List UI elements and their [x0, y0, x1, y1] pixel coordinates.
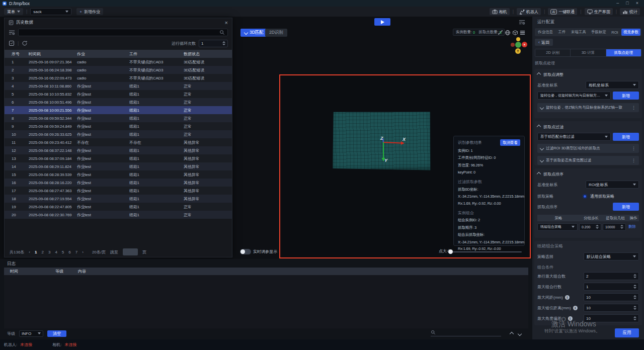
menubar-ai-link-button[interactable]: AI一键联通 — [548, 8, 577, 15]
history-row[interactable]: 72025-09-08 10:00:21.556作业test纸箱1正常 — [5, 106, 232, 114]
view-menu-icon[interactable] — [519, 29, 526, 36]
measure-icon[interactable] — [497, 29, 504, 36]
history-row[interactable]: 202025-09-08 08:22:30.769作业test纸箱1正常 — [5, 211, 232, 219]
grasp-filter-header[interactable]: 抓取点过滤 — [537, 124, 639, 130]
stepper-arrows-icon[interactable] — [633, 295, 636, 299]
stepper-up-icon[interactable] — [633, 274, 636, 276]
stepper-up-icon[interactable] — [633, 306, 636, 307]
combo-field-stepper[interactable]: 10 — [584, 293, 639, 301]
group-step-stepper[interactable]: 0.200 — [579, 223, 601, 231]
cancel-view-button[interactable]: 取消查看 — [500, 139, 520, 146]
adjust-add-button[interactable]: 新增 — [613, 92, 639, 100]
info-icon[interactable]: i — [573, 306, 578, 310]
stepper-up-icon[interactable] — [633, 295, 636, 297]
tab-3d-match[interactable]: 3D匹配 — [240, 29, 268, 37]
history-row[interactable]: 122025-09-08 08:37:22.148作业test纸箱1其他异常 — [5, 146, 232, 154]
filter-item[interactable]: 基于抓取姿态角度范围过滤⋮ — [537, 156, 639, 165]
config-tab-作业信息[interactable]: 作业信息 — [536, 29, 555, 36]
run-cycles-stepper[interactable]: 1 — [199, 40, 228, 47]
page-number[interactable]: 1 — [35, 250, 37, 254]
combo-strategy-select[interactable]: 默认组合策略 — [584, 252, 639, 260]
more-options-icon[interactable]: ⋮ — [631, 146, 636, 151]
delete-strategy-link[interactable]: 删除 — [628, 224, 636, 229]
maximize-button[interactable]: □ — [626, 0, 628, 7]
history-row[interactable]: 52025-09-08 10:10:55.832作业test纸箱1正常 — [5, 90, 232, 98]
config-tab-手眼标定[interactable]: 手眼标定 — [589, 29, 608, 36]
history-row[interactable]: 152025-09-08 08:28:39.539作业test纸箱1其他异常 — [5, 170, 232, 179]
minimize-button[interactable]: – — [616, 0, 619, 7]
config-tab-视觉参数[interactable]: 视觉参数 — [621, 29, 640, 36]
back-button[interactable]: ‹ 返回 — [535, 39, 553, 46]
history-row[interactable]: 142025-09-08 08:29:11.824作业test纸箱1其他异常 — [5, 162, 232, 170]
strategy-radio[interactable] — [583, 194, 587, 199]
history-row[interactable]: 12025-09-16 09:07:21.364cadio不带关键点的CAD33… — [5, 58, 232, 66]
orientation-gizmo[interactable]: × Y — [510, 37, 528, 55]
refresh-icon[interactable] — [22, 40, 28, 46]
realtime-toggle[interactable] — [240, 249, 251, 254]
stepper-down-icon[interactable] — [633, 319, 636, 320]
history-row[interactable]: 102025-09-08 09:26:33.625作业test纸箱1正常 — [5, 130, 232, 138]
search-icon[interactable] — [219, 30, 225, 35]
stage-tab-抓取点处理[interactable]: 抓取点处理 — [606, 49, 641, 56]
history-row[interactable]: 62025-09-08 10:00:51.496作业test纸箱1正常 — [5, 98, 232, 106]
chevron-up-icon[interactable] — [510, 332, 514, 336]
stepper-arrows-icon[interactable] — [222, 41, 225, 45]
camera-view-icon[interactable] — [504, 29, 511, 36]
filter-item[interactable]: 过滤ROI 3D类型区域外的抓取点⋮ — [537, 144, 639, 153]
stepper-arrows-icon[interactable] — [633, 316, 636, 320]
stepper-arrows-icon[interactable] — [596, 225, 599, 229]
chevron-down-icon[interactable] — [518, 332, 522, 336]
sort-add-button[interactable]: 新增 — [613, 203, 639, 211]
combo-field-stepper[interactable]: 10 — [584, 304, 639, 312]
search-icon[interactable] — [431, 330, 436, 335]
stepper-down-icon[interactable] — [633, 308, 636, 310]
stepper-up-icon[interactable] — [633, 316, 636, 318]
stepper-arrows-icon[interactable] — [633, 285, 636, 289]
menubar-stats-button[interactable]: 统计 — [620, 8, 640, 15]
stepper-arrows-icon[interactable] — [633, 274, 636, 278]
menubar-production-button[interactable]: 生产界面 — [585, 8, 613, 15]
more-options-icon[interactable]: ⋮ — [631, 158, 636, 163]
history-row[interactable]: 32025-09-16 06:22:09.473cadio不带关键点的CAD33… — [5, 74, 232, 82]
info-icon[interactable]: i — [568, 316, 573, 321]
config-tab-ROI[interactable]: ROI — [609, 29, 620, 36]
history-row[interactable]: 92025-09-08 09:59:24.849作业test纸箱1正常 — [5, 122, 232, 130]
page-number[interactable]: 4 — [55, 250, 57, 254]
stepper-up-icon[interactable] — [633, 285, 636, 286]
sort-base-select[interactable]: ROI坐标系 — [586, 181, 639, 189]
add-job-button[interactable]: + 新增作业 — [76, 8, 103, 15]
prev-page-icon[interactable]: ‹ — [29, 250, 30, 254]
page-number[interactable]: 7 — [75, 250, 77, 254]
page-number[interactable]: 5 — [62, 250, 64, 254]
history-row[interactable]: 132025-09-08 08:37:09.184作业test纸箱1其他异常 — [5, 154, 232, 162]
gizmo-axis-top[interactable] — [516, 37, 520, 41]
export-check-icon[interactable] — [9, 40, 15, 46]
apply-button[interactable]: 应用 — [615, 328, 639, 337]
history-row[interactable]: 172025-09-08 08:27:47.363作业test纸箱1其他异常 — [5, 187, 232, 195]
menubar-robot-button[interactable]: 机器人 — [517, 8, 541, 15]
viewport-3d[interactable]: Z X Y 识别参数结果 取消查看 实例ID: 1工件类别/局部特征ID: 0置… — [279, 74, 531, 258]
tab-2d-recognition[interactable]: 2D识别 — [265, 29, 287, 37]
stepper-down-icon[interactable] — [633, 298, 636, 299]
jump-page-input[interactable] — [123, 248, 138, 255]
stage-tab-2D 识别[interactable]: 2D 识别 — [535, 49, 571, 56]
page-number[interactable]: 6 — [68, 250, 70, 254]
history-search-input[interactable] — [21, 30, 219, 35]
run-button[interactable] — [374, 18, 390, 26]
stepper-down-icon[interactable] — [633, 277, 636, 278]
history-row[interactable]: 192025-09-08 08:22:47.805作业test纸箱1正常 — [5, 203, 232, 211]
menu-button[interactable]: 菜单 — [4, 8, 23, 15]
grasp-sort-header[interactable]: 抓取点排序 — [537, 171, 639, 177]
grasp-adjust-header[interactable]: 抓取点调整 — [537, 71, 639, 77]
gizmo-axis-left[interactable] — [511, 43, 515, 47]
page-number[interactable]: 2 — [41, 250, 43, 254]
close-window-button[interactable]: × — [636, 0, 638, 7]
info-icon[interactable]: i — [565, 295, 570, 300]
filter-settings-icon[interactable] — [9, 30, 15, 35]
history-row[interactable]: 182025-09-08 08:27:19.554作业test纸箱1其他异常 — [5, 195, 232, 203]
adjust-type-select[interactable]: 旋转位姿，使旋转轴方向与目标轴方向一致 — [537, 92, 611, 100]
combo-field-stepper[interactable]: 10 — [584, 314, 639, 322]
history-row[interactable]: 162025-09-08 08:28:16.220作业test纸箱1其他异常 — [5, 179, 232, 187]
top-groups-stepper[interactable]: 10000 — [603, 223, 626, 231]
adjust-item[interactable]: 旋转位姿，使Z轴方向与目标坐标系的Z轴一致 ⋮ — [537, 103, 639, 112]
